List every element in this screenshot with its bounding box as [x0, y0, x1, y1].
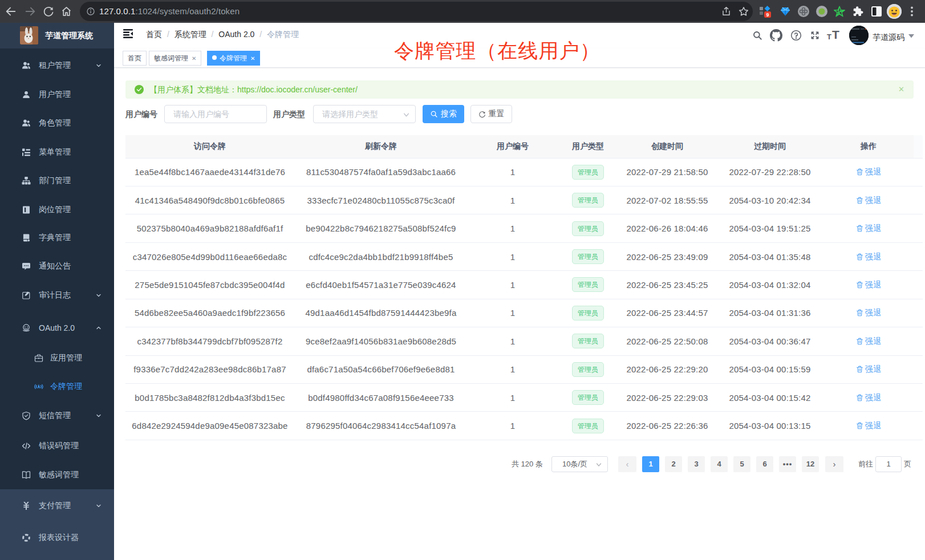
svg-text:9: 9	[766, 12, 769, 18]
